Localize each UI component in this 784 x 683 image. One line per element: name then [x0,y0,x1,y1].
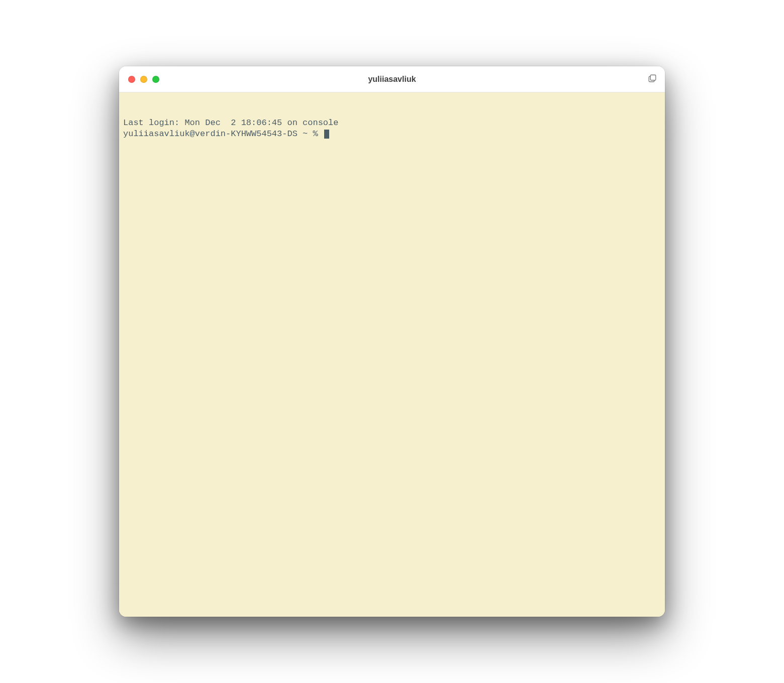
svg-rect-0 [650,75,656,80]
window-title: yuliiasavliuk [368,75,416,84]
titlebar-right [648,74,657,85]
prompt-line: yuliiasavliuk@verdin-KYHWW54543-DS ~ % [123,129,661,140]
terminal-body[interactable]: Last login: Mon Dec 2 18:06:45 on consol… [119,92,665,617]
tabs-icon[interactable] [648,74,657,85]
prompt-text: yuliiasavliuk@verdin-KYHWW54543-DS ~ % [123,129,323,139]
terminal-window: yuliiasavliuk Last login: Mon Dec 2 18:0… [119,66,665,617]
maximize-icon[interactable] [152,76,159,83]
cursor-icon [324,130,329,139]
minimize-icon[interactable] [140,76,147,83]
close-icon[interactable] [128,76,135,83]
last-login-line: Last login: Mon Dec 2 18:06:45 on consol… [123,118,661,129]
traffic-lights [119,76,159,83]
titlebar[interactable]: yuliiasavliuk [119,66,665,92]
